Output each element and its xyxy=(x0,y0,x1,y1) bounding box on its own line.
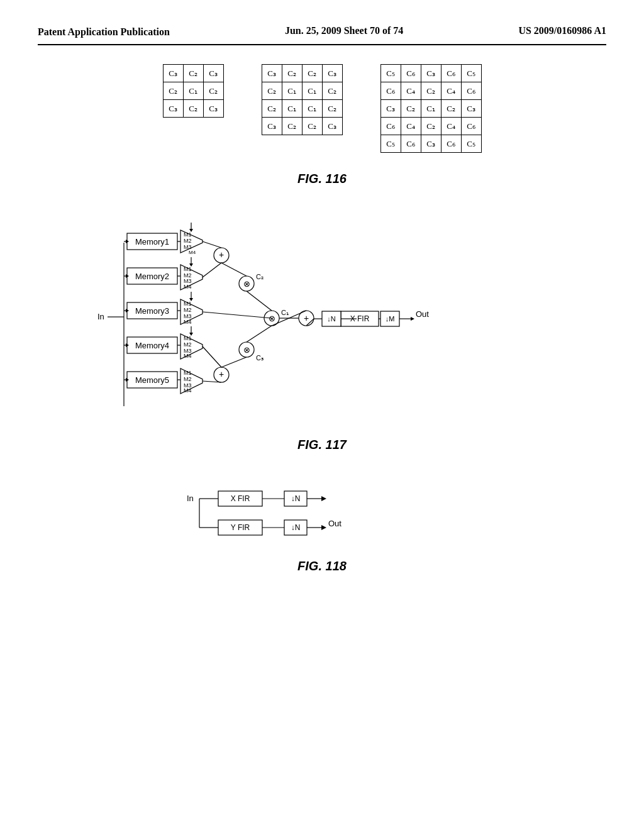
grid-cell: C₅ xyxy=(461,65,481,82)
grid-cell: C₁ xyxy=(421,100,441,118)
svg-text:Out: Out xyxy=(328,519,341,528)
patent-publication-label: Patent Application Publication xyxy=(38,26,170,37)
diagram118: In X FIR ↓N Y FIR ↓N xyxy=(180,477,464,553)
fig116-section: C₃C₂C₃C₂C₁C₂C₃C₂C₃ C₃C₂C₂C₃C₂C₁C₁C₂C₂C₁C… xyxy=(38,64,606,199)
grid-cell: C₂ xyxy=(401,100,421,118)
grid-cell: C₃ xyxy=(262,118,282,135)
grid1: C₃C₂C₃C₂C₁C₂C₃C₂C₃ xyxy=(163,64,224,118)
grid-cell: C₂ xyxy=(421,118,441,135)
grid-cell: C₆ xyxy=(461,82,481,100)
fig118-label: FIG. 118 xyxy=(297,559,347,573)
grid-cell: C₆ xyxy=(441,65,461,82)
grid-cell: C₃ xyxy=(322,65,342,82)
grid-cell: C₃ xyxy=(163,100,183,118)
grid-cell: C₂ xyxy=(421,82,441,100)
grid-cell: C₂ xyxy=(163,82,183,100)
svg-text:M4: M4 xyxy=(184,353,192,359)
svg-text:M2: M2 xyxy=(184,376,192,382)
svg-line-85 xyxy=(247,326,272,342)
svg-text:Memory2: Memory2 xyxy=(135,272,169,281)
grid-cell: C₂ xyxy=(302,65,322,82)
grid-cell: C₂ xyxy=(262,100,282,118)
grid-cell: C₃ xyxy=(421,65,441,82)
grid-cell: C₃ xyxy=(421,135,441,153)
svg-text:M1: M1 xyxy=(184,370,192,376)
grid-cell: C₂ xyxy=(302,118,322,135)
grid-cell: C₂ xyxy=(282,65,302,82)
svg-text:Y FIR: Y FIR xyxy=(231,523,250,532)
svg-text:+: + xyxy=(219,369,224,379)
grid-cell: C₂ xyxy=(262,82,282,100)
fig116-grids: C₃C₂C₃C₂C₁C₂C₃C₂C₃ C₃C₂C₂C₃C₂C₁C₁C₂C₂C₁C… xyxy=(163,64,482,153)
svg-text:M4: M4 xyxy=(184,284,192,290)
fig118-section: In X FIR ↓N Y FIR ↓N xyxy=(38,477,606,586)
page-header: Patent Application Publication Jun. 25, … xyxy=(38,25,606,45)
svg-text:Memory3: Memory3 xyxy=(135,306,169,316)
grid-cell: C₃ xyxy=(203,100,223,118)
header-center: Jun. 25, 2009 Sheet 70 of 74 xyxy=(285,25,403,36)
grid-cell: C₁ xyxy=(183,82,203,100)
svg-text:M4: M4 xyxy=(184,319,192,325)
svg-text:↓N: ↓N xyxy=(291,494,301,503)
svg-marker-108 xyxy=(321,496,326,501)
grid-cell: C₆ xyxy=(380,82,401,100)
svg-text:+: + xyxy=(304,313,309,323)
svg-text:⊗: ⊗ xyxy=(243,345,250,355)
svg-text:M1: M1 xyxy=(184,266,192,272)
grid-cell: C₃ xyxy=(163,65,183,82)
diagram117: In Memory1 Memory2 Memory3 xyxy=(86,205,558,431)
svg-text:↓N: ↓N xyxy=(327,315,336,323)
grid-cell: C₁ xyxy=(302,82,322,100)
svg-line-67 xyxy=(203,346,221,367)
grid3: C₅C₆C₃C₆C₅C₆C₄C₂C₄C₆C₃C₂C₁C₂C₃C₆C₄C₂C₄C₆… xyxy=(380,64,482,153)
svg-text:M1: M1 xyxy=(184,301,192,307)
diagram117-svg: In Memory1 Memory2 Memory3 xyxy=(86,205,558,431)
grid-cell: C₆ xyxy=(441,135,461,153)
grid-cell: C₂ xyxy=(441,100,461,118)
grid-cell: C₃ xyxy=(203,65,223,82)
fig116-label: FIG. 116 xyxy=(297,172,347,186)
svg-line-76 xyxy=(203,312,272,318)
grid-cell: C₃ xyxy=(461,100,481,118)
svg-text:⊗: ⊗ xyxy=(269,314,275,323)
svg-text:M1: M1 xyxy=(184,231,192,238)
svg-text:M2: M2 xyxy=(184,238,192,244)
svg-text:+: + xyxy=(219,250,224,260)
svg-line-80 xyxy=(221,357,247,367)
diagram118-svg: In X FIR ↓N Y FIR ↓N xyxy=(180,477,464,553)
date-sheet-label: Jun. 25, 2009 Sheet 70 of 74 xyxy=(285,25,403,36)
svg-marker-117 xyxy=(321,525,326,530)
grid-cell: C₃ xyxy=(322,118,342,135)
svg-text:C₂: C₂ xyxy=(256,273,264,280)
svg-text:M2: M2 xyxy=(184,341,192,348)
svg-text:Memory5: Memory5 xyxy=(135,375,169,385)
grid-cell: C₂ xyxy=(322,82,342,100)
svg-marker-98 xyxy=(411,317,414,321)
grid-cell: C₄ xyxy=(401,118,421,135)
svg-text:⊗: ⊗ xyxy=(243,279,250,289)
grid-cell: C₂ xyxy=(183,65,203,82)
grid-cell: C₆ xyxy=(401,65,421,82)
page: Patent Application Publication Jun. 25, … xyxy=(0,0,644,830)
svg-text:M1: M1 xyxy=(184,335,192,341)
svg-text:Memory4: Memory4 xyxy=(135,341,169,350)
patent-number-label: US 2009/0160986 A1 xyxy=(518,25,606,36)
grid-cell: C₂ xyxy=(183,100,203,118)
fig117-section: In Memory1 Memory2 Memory3 xyxy=(38,205,606,465)
grid-cell: C₁ xyxy=(302,100,322,118)
grid-cell: C₆ xyxy=(401,135,421,153)
grid-cell: C₄ xyxy=(401,82,421,100)
grid-cell: C₅ xyxy=(380,135,401,153)
grid-cell: C₂ xyxy=(322,100,342,118)
svg-text:Out: Out xyxy=(416,309,429,319)
grid-cell: C₃ xyxy=(380,100,401,118)
svg-text:↓M: ↓M xyxy=(386,315,395,323)
svg-line-72 xyxy=(221,263,247,276)
svg-text:Memory1: Memory1 xyxy=(135,237,169,246)
grid-cell: C₅ xyxy=(380,65,401,82)
svg-text:↓N: ↓N xyxy=(291,523,301,532)
svg-text:In: In xyxy=(97,312,104,321)
grid-cell: C₁ xyxy=(282,100,302,118)
grid-cell: C₄ xyxy=(441,118,461,135)
grid-cell: C₆ xyxy=(380,118,401,135)
